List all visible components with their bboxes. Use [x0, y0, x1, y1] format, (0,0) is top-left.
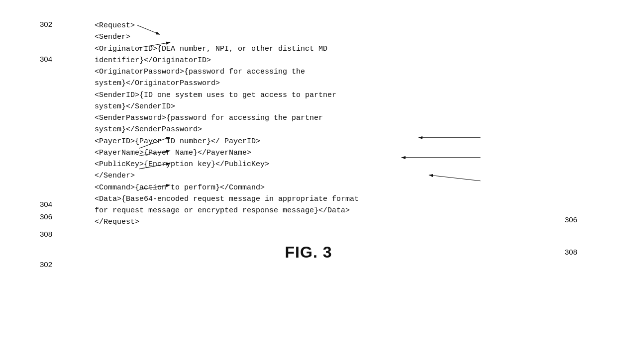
label-308-left: 308: [40, 230, 52, 238]
figure-caption: FIG. 3: [285, 243, 332, 262]
code-line-2: <Sender>: [95, 31, 582, 43]
code-line-17: for request message or encrypted respons…: [95, 205, 582, 216]
code-block: <Request> <Sender> <OriginatorID>{DEA nu…: [95, 20, 582, 228]
code-line-13: <PublicKey>{Encryption key}</PublicKey>: [95, 159, 582, 170]
code-line-11: <PayerID>{Payer ID number}</ PayerID>: [95, 136, 582, 147]
code-line-16: <Data>{Base64-encoded request message in…: [95, 193, 582, 205]
code-line-14: </Sender>: [95, 170, 582, 182]
label-304-first: 304: [40, 55, 52, 63]
code-line-10: system}</SenderPassword>: [95, 124, 582, 135]
code-line-6: system}</OriginatorPassword>: [95, 78, 582, 89]
code-line-1: <Request>: [95, 20, 582, 31]
code-line-7: <SenderID>{ID one system uses to get acc…: [95, 90, 582, 101]
label-302-top: 302: [40, 20, 52, 28]
code-line-18: </Request>: [95, 216, 582, 228]
label-304-second: 304: [40, 200, 52, 208]
code-line-3: <OriginatorID>{DEA number, NPI, or other…: [95, 43, 582, 55]
page: 302 304 304 306 306 308 308 302 <Request…: [0, 0, 617, 364]
label-302-bottom: 302: [40, 260, 52, 269]
code-line-8: system}</SenderID>: [95, 101, 582, 112]
code-line-12: <PayerName>{Payer Name}</PayerName>: [95, 147, 582, 159]
code-line-5: <OriginatorPassword>{password for access…: [95, 66, 582, 78]
label-308-right: 308: [565, 248, 577, 256]
label-306-left: 306: [40, 212, 52, 221]
diagram-area: 302 304 304 306 306 308 308 302 <Request…: [35, 15, 582, 228]
code-line-15: <Command>{action to perform}</Command>: [95, 182, 582, 193]
code-line-4: identifier}</OriginatorID>: [95, 55, 582, 66]
code-line-9: <SenderPassword>{password for accessing …: [95, 112, 582, 124]
